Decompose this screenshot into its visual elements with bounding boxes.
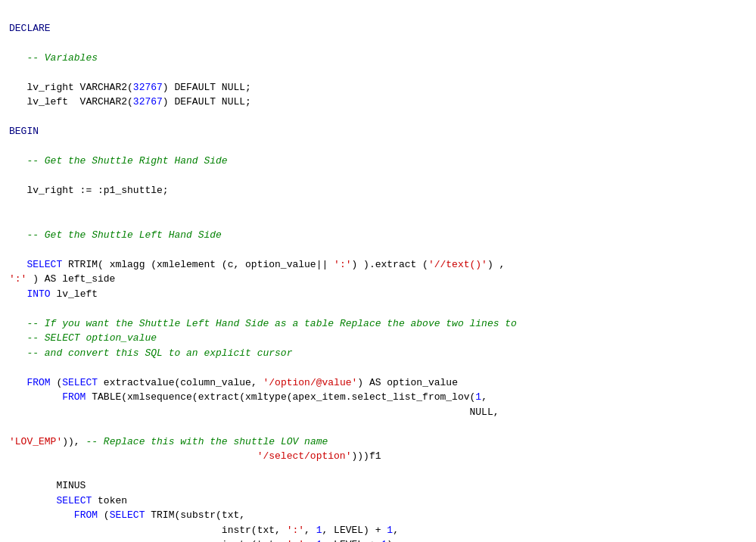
declare-keyword: DECLARE	[9, 23, 51, 34]
comment-replace-lines: -- If you want the Shuttle Left Hand Sid…	[9, 318, 517, 359]
comment-shuttle-right: -- Get the Shuttle Right Hand Side	[9, 155, 228, 167]
comment-variables: -- Variables	[9, 52, 98, 64]
comment-shuttle-left: -- Get the Shuttle Left Hand Side	[9, 229, 222, 241]
from-clause: FROM (SELECT extractvalue(column_value, …	[9, 377, 499, 418]
select-stmt: SELECT RTRIM( xmlagg (xmlelement (c, opt…	[9, 259, 505, 300]
code-editor: DECLARE -- Variables lv_right VARCHAR2(3…	[9, 6, 747, 542]
lv-right-decl: lv_right VARCHAR2(32767) DEFAULT NULL; l…	[9, 82, 251, 108]
begin-keyword: BEGIN	[9, 126, 39, 137]
lv-right-assign: lv_right := :p1_shuttle;	[9, 185, 169, 196]
lov-emp-string: 'LOV_EMP')), -- Replace this with the sh…	[9, 436, 458, 543]
